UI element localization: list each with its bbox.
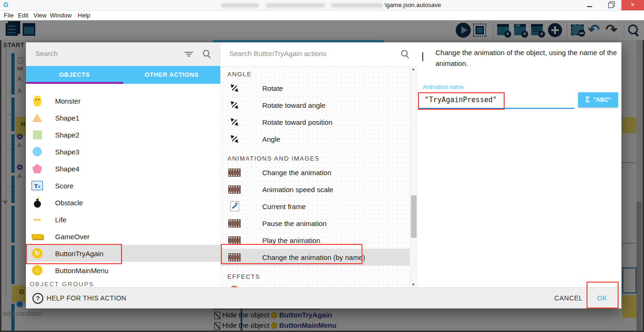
objects-panel: OBJECTS OTHER ACTIONS Monster Shape1 Sha… [26,42,220,288]
menu-window[interactable]: Window [50,12,72,19]
menu-edit[interactable]: Edit [18,12,28,19]
triangle-icon [31,113,43,122]
object-row-shape2[interactable]: Shape2 [26,126,220,143]
object-row-obstacle[interactable]: Obstacle [26,194,220,211]
action-row-rotate-toward-position[interactable]: Rotate toward position [221,113,410,130]
sigma-icon: Σ [585,95,590,105]
search-icon[interactable] [202,49,212,59]
filmstrip-icon [228,253,241,261]
monster-icon [31,96,43,106]
action-row-change-animation-by-name[interactable]: Change the animation (by name) [221,249,410,266]
action-description: Change the animation of the object, usin… [435,47,620,69]
action-row-rotate-toward-angle[interactable]: Rotate toward angle [221,97,410,113]
menu-help[interactable]: Help [78,12,90,19]
object-row-shape1[interactable]: Shape1 [26,109,220,126]
frame-edit-icon [228,201,241,211]
help-link[interactable]: HELP FOR THIS ACTION [47,288,126,308]
text-object-icon: Tx [31,181,43,190]
scrollbar-thumb[interactable] [411,195,417,238]
action-row-rotate[interactable]: Rotate [221,80,410,97]
object-row-score[interactable]: Tx Score [26,177,220,194]
window-title-filename: \game.json.autosave [385,1,441,8]
filter-icon[interactable] [185,52,193,57]
menu-view[interactable]: View [33,12,47,19]
square-icon [31,130,43,139]
filmstrip-icon [228,186,241,194]
gdevelop-logo-icon: G [3,1,8,8]
title-bar: G \game.json.autosave × [0,0,644,11]
hearts-icon: ♥♥♥ [31,217,43,222]
filmstrip-icon [228,236,241,244]
minimize-button[interactable] [583,0,597,10]
expression-editor-button[interactable]: Σ "ABC" [578,92,618,107]
filmstrip-icon [228,219,241,227]
application-window: G \game.json.autosave × File Edit View W… [0,0,644,332]
action-row-angle[interactable]: Angle [221,130,410,147]
objects-list: Monster Shape1 Shape2 Shape3 Shape4 Tx S… [26,84,220,288]
object-row-shape4[interactable]: Shape4 [26,160,220,177]
redacted-path-segment [221,3,259,8]
circle-icon [31,147,43,156]
menu-bar: File Edit View Window Help [0,11,644,21]
rotate-icon [228,117,241,127]
objects-search-bar [26,42,220,66]
object-row-life[interactable]: ♥♥♥ Life [26,211,220,228]
object-row-gameover[interactable]: GameOver [26,228,220,245]
filmstrip-icon [228,169,241,177]
home-button-icon: ⌂ [31,265,43,275]
banner-icon [31,234,43,239]
objects-search-input[interactable] [34,49,177,58]
actions-scrollbar[interactable] [410,66,418,288]
action-row-play-animation[interactable]: Play the animation [221,232,410,249]
redacted-path-segment [266,3,325,8]
section-header-angle: ANGLE [221,66,410,80]
object-row-buttontryagain[interactable]: ↻ ButtonTryAgain [26,245,220,262]
action-row-pause-animation[interactable]: Pause the animation [221,215,410,232]
animation-name-value[interactable]: "TryAgainPressed" [425,96,497,104]
menu-file[interactable]: File [4,12,14,19]
bomb-icon [31,198,43,208]
retry-button-icon: ↻ [31,248,43,259]
action-details-panel: Change the animation of the object, usin… [417,42,621,288]
rotate-icon [228,134,241,144]
object-row-buttonmainmenu[interactable]: ⌂ ButtonMainMenu [26,262,220,279]
action-row-animation-speed-scale[interactable]: Animation speed scale [221,181,410,198]
pentagon-icon [31,164,43,173]
dialog-footer: ? HELP FOR THIS ACTION CANCEL OK [26,287,621,308]
redacted-path-segment [331,3,383,8]
restore-button[interactable] [604,0,618,10]
actions-search-bar [221,42,418,66]
rotate-icon [228,83,241,93]
objects-tab-bar: OBJECTS OTHER ACTIONS [26,66,220,84]
cancel-button[interactable]: CANCEL [555,288,583,308]
animation-name-field[interactable]: "TryAgainPressed" [418,91,574,109]
close-button[interactable]: × [621,0,644,10]
object-row-shape3[interactable]: Shape3 [26,143,220,160]
actions-search-input[interactable] [228,49,386,58]
tab-objects[interactable]: OBJECTS [26,66,123,84]
action-editor-dialog: OBJECTS OTHER ACTIONS Monster Shape1 Sha… [26,42,621,308]
object-row-monster[interactable]: Monster [26,92,220,109]
section-header-effects: EFFECTS [221,266,410,282]
tab-other-actions[interactable]: OTHER ACTIONS [123,66,221,84]
object-groups-header: OBJECT GROUPS [26,279,220,288]
search-icon[interactable] [401,49,410,59]
section-header-animations: ANIMATIONS AND IMAGES [221,147,410,164]
action-row-current-frame[interactable]: Current frame [221,198,410,215]
filmstrip-icon [422,53,423,61]
actions-panel: ANGLE Rotate Rotate toward angle Rotate … [220,42,418,288]
rotate-icon [228,100,241,110]
animation-name-label: Animation name [423,84,464,90]
action-row-change-animation[interactable]: Change the animation [221,164,410,181]
actions-list: ANGLE Rotate Rotate toward angle Rotate … [221,66,410,288]
ok-button[interactable]: OK [597,288,607,308]
help-icon[interactable]: ? [32,293,43,304]
